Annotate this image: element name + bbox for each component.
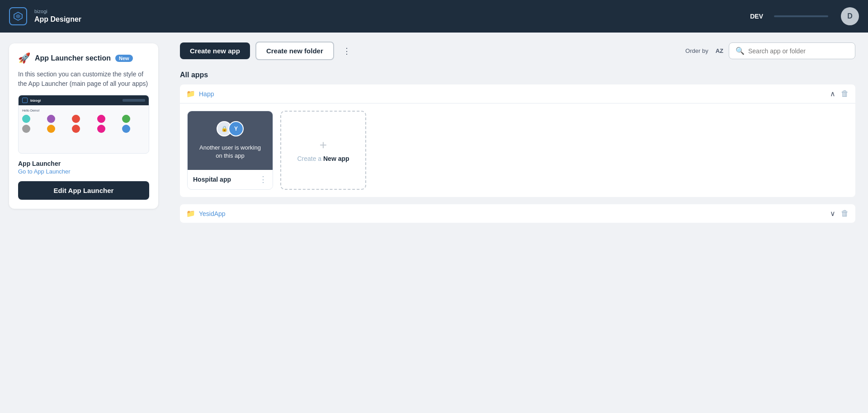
yesidapp-folder-delete-button[interactable]: 🗑: [841, 209, 849, 218]
preview-dot: [47, 125, 55, 133]
new-badge: New: [115, 55, 133, 62]
go-to-app-launcher-link[interactable]: Go to App Launcher: [18, 168, 149, 175]
preview-dot: [47, 115, 55, 123]
main-content: Create new app Create new folder ⋮ Order…: [167, 33, 868, 413]
preview-dot: [72, 125, 80, 133]
preview-greeting: Hello Demo!: [22, 109, 145, 112]
app-working-avatars: 🔒 Y: [217, 121, 244, 136]
preview-dot: [122, 115, 130, 123]
launcher-name: App Launcher: [18, 160, 149, 167]
hospital-app-preview: 🔒 Y Another user is workingon this app: [188, 111, 273, 170]
create-new-app-button[interactable]: Create new app: [180, 42, 250, 59]
launcher-card-header: 🚀 App Launcher section New: [18, 52, 149, 64]
yesidapp-folder-chevron[interactable]: ∨: [830, 209, 835, 218]
order-by-label: Order by: [685, 47, 708, 54]
happ-folder-row: 📁 Happ ∧ 🗑: [180, 84, 855, 103]
preview-dot: [97, 115, 105, 123]
svg-marker-1: [16, 14, 20, 19]
order-az-value: AZ: [716, 47, 723, 54]
env-progress-bar: [774, 15, 828, 17]
create-new-folder-button[interactable]: Create new folder: [255, 42, 334, 60]
search-icon: 🔍: [736, 47, 745, 55]
launcher-description: In this section you can customize the st…: [18, 70, 149, 89]
search-input[interactable]: [748, 47, 849, 55]
preview-dot: [97, 125, 105, 133]
launcher-section-title: App Launcher section: [35, 54, 111, 62]
launcher-card: 🚀 App Launcher section New In this secti…: [9, 43, 158, 209]
preview-dot-grid: [22, 115, 145, 133]
launcher-preview: bizogi Hello Demo!: [18, 95, 149, 154]
happ-folder-delete-button[interactable]: 🗑: [841, 89, 849, 99]
logo-icon: [9, 7, 27, 25]
preview-dot: [22, 115, 30, 123]
sidebar: 🚀 App Launcher section New In this secti…: [0, 33, 167, 413]
yesidapp-folder-icon: 📁: [186, 209, 195, 218]
app-header: bizogi App Designer DEV D: [0, 0, 868, 33]
new-app-plus-icon: +: [320, 139, 327, 151]
new-app-card-label: Create a New app: [297, 155, 349, 162]
preview-dot: [22, 125, 30, 133]
folder-icon: 📁: [186, 89, 195, 98]
create-new-app-card[interactable]: + Create a New app: [280, 111, 366, 190]
hospital-app-footer: Hospital app ⋮: [188, 170, 273, 189]
hospital-app-name: Hospital app: [193, 176, 259, 183]
hospital-app-more-button[interactable]: ⋮: [259, 174, 267, 184]
search-box: 🔍: [729, 42, 855, 59]
yesidapp-folder-row: 📁 YesidApp ∨ 🗑: [180, 204, 855, 223]
env-label: DEV: [750, 13, 763, 20]
happ-folder-name[interactable]: Happ: [199, 90, 214, 98]
more-options-button[interactable]: ⋮: [340, 44, 354, 58]
yesidapp-folder-name[interactable]: YesidApp: [199, 210, 226, 217]
app-title: bizogi App Designer: [34, 8, 81, 24]
working-overlay-text: Another user is workingon this app: [194, 144, 266, 160]
preview-dot: [122, 125, 130, 133]
all-apps-section-title: All apps: [180, 71, 855, 79]
happ-folder-chevron[interactable]: ∧: [830, 89, 835, 98]
edit-app-launcher-button[interactable]: Edit App Launcher: [18, 181, 149, 200]
rocket-icon: 🚀: [18, 52, 30, 64]
preview-header-bar: [123, 99, 145, 102]
user-y-avatar: Y: [228, 121, 244, 136]
happ-apps-grid: 🔒 Y Another user is workingon this app H…: [180, 103, 855, 197]
preview-logo: [22, 98, 28, 103]
hospital-app-card[interactable]: 🔒 Y Another user is workingon this app H…: [187, 111, 273, 190]
user-avatar[interactable]: D: [841, 7, 859, 25]
preview-dot: [72, 115, 80, 123]
toolbar: Create new app Create new folder ⋮ Order…: [180, 42, 855, 60]
